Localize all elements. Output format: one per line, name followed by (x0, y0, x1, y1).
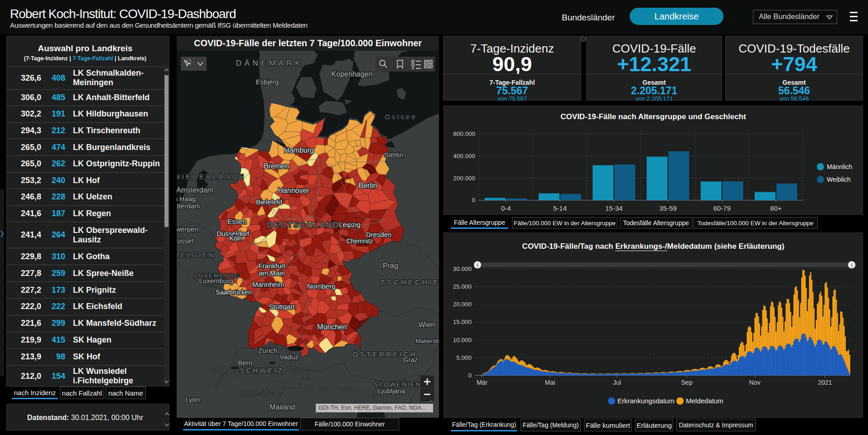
svg-text:10.000: 10.000 (453, 337, 472, 343)
svg-text:Mär: Mär (477, 379, 487, 386)
svg-text:Vaduz: Vaduz (280, 353, 298, 361)
svg-text:Frankfurt: Frankfurt (258, 262, 286, 270)
svg-text:Mannheim: Mannheim (252, 280, 284, 288)
svg-text:0-4: 0-4 (501, 204, 511, 212)
svg-text:Mattersb: Mattersb (416, 338, 439, 344)
svg-text:Graz: Graz (403, 356, 418, 363)
svg-text:0: 0 (468, 372, 472, 379)
svg-text:Saarbrücken: Saarbrücken (216, 289, 251, 296)
svg-text:Meldedatum: Meldedatum (686, 397, 723, 405)
svg-text:Ostsee: Ostsee (385, 113, 417, 121)
svg-text:Erkrankungsdatum: Erkrankungsdatum (617, 397, 675, 405)
svg-text:Prag: Prag (383, 262, 398, 270)
svg-text:2021: 2021 (818, 379, 832, 386)
svg-text:rüssel: rüssel (177, 237, 193, 245)
svg-text:otterdam: otterdam (177, 202, 200, 210)
svg-text:Nürnberg: Nürnberg (307, 282, 336, 290)
svg-text:||: || (477, 263, 479, 267)
svg-text:Ljubljana: Ljubljana (378, 387, 405, 395)
svg-text:25.000: 25.000 (453, 283, 472, 290)
svg-text:am Main: am Main (259, 269, 285, 277)
svg-text:80+: 80+ (770, 204, 782, 212)
svg-text:SCHWEIZ: SCHWEIZ (240, 367, 284, 374)
svg-text:5.000: 5.000 (456, 354, 472, 361)
svg-text:TSCHECHIEN: TSCHECHIEN (381, 278, 439, 286)
svg-text:München: München (317, 323, 347, 331)
svg-text:35-59: 35-59 (659, 204, 676, 212)
svg-text:Stettin: Stettin (384, 151, 404, 159)
svg-text:Bern: Bern (238, 359, 252, 367)
svg-text:Köln: Köln (229, 234, 243, 242)
svg-text:400.000: 400.000 (453, 153, 475, 160)
svg-text:Männlich: Männlich (827, 163, 852, 170)
svg-text:20.000: 20.000 (453, 301, 472, 308)
svg-text:Hannover: Hannover (278, 187, 309, 194)
svg-text:Mai: Mai (545, 379, 555, 386)
svg-text:Bremen: Bremen (264, 162, 289, 170)
svg-text:30.000: 30.000 (453, 266, 472, 272)
svg-text:DÄNEMARK: DÄNEMARK (236, 59, 303, 68)
svg-text:Jul: Jul (613, 379, 621, 386)
svg-text:Stuttgart: Stuttgart (269, 303, 295, 310)
svg-text:0: 0 (472, 197, 475, 203)
svg-text:600.000: 600.000 (453, 130, 475, 137)
svg-text:DEUTSCHLAND: DEUTSCHLAND (267, 221, 340, 229)
svg-text:Nov: Nov (749, 379, 761, 386)
svg-text:Bielefeld: Bielefeld (256, 198, 282, 206)
svg-text:Hamburg: Hamburg (284, 146, 314, 154)
svg-text:BELGIEN: BELGIEN (177, 251, 215, 259)
svg-text:||: || (851, 263, 853, 267)
svg-text:Luxemburg: Luxemburg (199, 277, 233, 285)
svg-text:n Haag: n Haag (177, 195, 196, 203)
svg-text:15-34: 15-34 (605, 204, 622, 212)
svg-text:Esbjerg: Esbjerg (256, 78, 279, 86)
svg-text:Mailand: Mailand (270, 403, 295, 411)
svg-text:Leipzig: Leipzig (339, 221, 361, 228)
svg-text:Weiblich: Weiblich (827, 176, 851, 183)
svg-text:Chemnitz: Chemnitz (346, 237, 373, 245)
svg-text:Kopenhagen: Kopenhagen (332, 70, 373, 78)
svg-text:Sep: Sep (681, 379, 693, 386)
svg-text:twerpen: twerpen (177, 225, 198, 233)
svg-text:Essen: Essen (227, 218, 246, 225)
svg-text:Berlin: Berlin (359, 182, 377, 189)
svg-text:NIEDERLANDE: NIEDERLANDE (177, 173, 246, 180)
svg-text:Lyon: Lyon (185, 396, 200, 403)
svg-text:60-79: 60-79 (713, 204, 730, 212)
svg-text:Wien: Wien (419, 321, 435, 329)
svg-text:Amsterdam: Amsterdam (177, 186, 213, 194)
svg-text:200.000: 200.000 (453, 175, 475, 182)
svg-text:5-14: 5-14 (553, 204, 567, 212)
svg-text:Zürich: Zürich (258, 347, 277, 354)
svg-text:15.000: 15.000 (453, 319, 472, 325)
